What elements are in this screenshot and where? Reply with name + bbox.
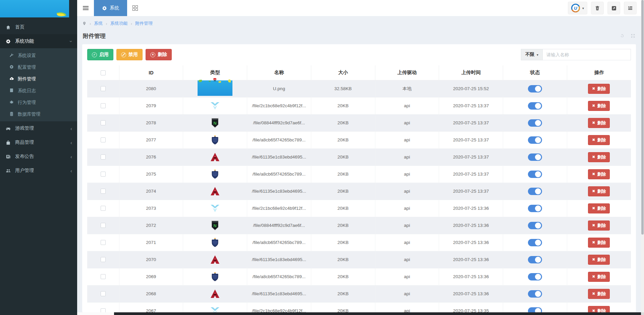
sidebar-item-config-management[interactable]: 配置管理 (0, 61, 77, 73)
row-delete-button[interactable]: ✖删除 (588, 203, 610, 213)
app-logo[interactable] (0, 0, 77, 17)
blue-crest-icon (211, 169, 219, 179)
sidebar-toggle-button[interactable] (77, 0, 94, 16)
sidebar-item-game-management[interactable]: 游戏管理 ‹ (0, 121, 77, 135)
fullscreen-icon[interactable] (631, 34, 635, 38)
sidebar-item-system-settings[interactable]: 系统设置 (0, 50, 77, 61)
system-functions-submenu: 系统设置 配置管理 附件管理 系统日志 行为管理 (0, 48, 77, 121)
shield-n-icon: N (211, 118, 219, 128)
sidebar-item-home[interactable]: 首页 (0, 20, 77, 34)
status-toggle[interactable] (528, 136, 542, 144)
sidebar-item-system-log[interactable]: 系统日志 (0, 85, 77, 97)
row-checkbox[interactable] (101, 120, 106, 125)
sidebar-item-system-functions[interactable]: 系统功能 › (0, 34, 77, 48)
cell-type: N (183, 217, 247, 234)
filter-dropdown-label: 不限 (525, 52, 534, 58)
row-delete-button[interactable]: ✖删除 (588, 289, 610, 299)
row-checkbox[interactable] (101, 291, 106, 296)
row-delete-button[interactable]: ✖删除 (588, 272, 610, 282)
status-toggle[interactable] (528, 188, 542, 195)
row-checkbox[interactable] (101, 240, 106, 245)
sidebar-item-announcements[interactable]: 发布公告 ‹ (0, 149, 77, 164)
vertical-scrollbar[interactable] (641, 0, 644, 312)
row-checkbox[interactable] (101, 137, 106, 142)
enable-button[interactable]: ✓ 启用 (87, 49, 113, 60)
status-toggle[interactable] (528, 290, 542, 298)
cell-type (183, 166, 247, 183)
sidebar-item-product-management[interactable]: 商品管理 ‹ (0, 135, 77, 149)
tab-system-label: 系统 (110, 5, 119, 11)
status-toggle[interactable] (528, 102, 542, 110)
sidebar-item-label: 商品管理 (15, 139, 34, 145)
row-delete-button[interactable]: ✖删除 (588, 152, 610, 162)
tab-system[interactable]: 系统 (94, 0, 127, 16)
table-row: 2075/file/a8cb65f74265bc789...20KBapi202… (87, 166, 631, 183)
status-toggle[interactable] (528, 222, 542, 229)
horizontal-scrollbar[interactable] (77, 312, 641, 315)
cell-name: /file/2c1bc68e92c4b9f12f... (247, 200, 311, 217)
row-delete-button[interactable]: ✖删除 (588, 186, 610, 196)
cell-status (503, 200, 567, 217)
row-checkbox[interactable] (101, 223, 106, 228)
control-sidebar-button[interactable] (624, 2, 637, 14)
refresh-icon[interactable] (620, 34, 625, 38)
sidebar-item-label: 用户管理 (15, 168, 34, 174)
cell-driver: api (375, 302, 439, 312)
user-menu-button[interactable]: U ▾ (568, 2, 587, 14)
cell-actions: ✖删除 (567, 234, 631, 251)
select-all-checkbox[interactable] (101, 70, 106, 75)
open-external-button[interactable] (607, 2, 620, 14)
image-thumbnail[interactable] (198, 80, 232, 96)
row-checkbox[interactable] (101, 154, 106, 160)
search-input[interactable] (543, 49, 631, 60)
row-checkbox[interactable] (101, 189, 106, 194)
disable-button[interactable]: 禁用 (116, 49, 143, 60)
cell-time: 2020-07-25 13:37 (439, 131, 503, 148)
status-toggle[interactable] (528, 307, 542, 313)
status-toggle[interactable] (528, 256, 542, 263)
row-delete-button[interactable]: ✖删除 (588, 101, 610, 111)
row-delete-button[interactable]: ✖删除 (588, 135, 610, 145)
status-toggle[interactable] (528, 119, 542, 127)
breadcrumb-link-system[interactable]: 系统 (94, 20, 103, 26)
status-toggle[interactable] (528, 239, 542, 246)
status-toggle[interactable] (528, 273, 542, 280)
x-icon: ✖ (592, 240, 595, 245)
row-checkbox[interactable] (101, 172, 106, 177)
sidebar-item-behavior-management[interactable]: 行为管理 (0, 97, 77, 108)
status-toggle[interactable] (528, 153, 542, 161)
row-delete-button[interactable]: ✖删除 (588, 255, 610, 265)
status-toggle[interactable] (528, 85, 542, 92)
row-delete-button[interactable]: ✖删除 (588, 169, 610, 179)
breadcrumb-link-system-functions[interactable]: 系统功能 (110, 20, 128, 26)
row-delete-button[interactable]: ✖删除 (588, 306, 610, 313)
trash-button[interactable] (591, 2, 604, 14)
row-checkbox[interactable] (101, 257, 106, 262)
vertical-scrollbar-thumb[interactable] (641, 0, 644, 235)
row-delete-button[interactable]: ✖删除 (588, 238, 610, 248)
cell-id: 2070 (119, 251, 183, 268)
status-toggle[interactable] (528, 205, 542, 212)
row-checkbox[interactable] (101, 274, 106, 279)
sidebar-item-user-management[interactable]: 用户管理 ‹ (0, 164, 77, 178)
sidebar-item-attachment-management[interactable]: 附件管理 (0, 73, 77, 85)
filter-dropdown[interactable]: 不限 ▾ (521, 49, 543, 60)
apps-grid-button[interactable] (132, 5, 138, 11)
row-checkbox[interactable] (101, 103, 106, 108)
location-pin-icon (82, 21, 87, 26)
cell-actions: ✖删除 (567, 200, 631, 217)
attachments-table: ID 类型 名称 大小 上传驱动 上传时间 状态 操作 2080U.png32.… (87, 65, 631, 312)
sidebar-item-database-management[interactable]: 数据库管理 (0, 108, 77, 120)
cell-id: 2067 (119, 302, 183, 312)
row-delete-button[interactable]: ✖删除 (588, 220, 610, 231)
row-checkbox[interactable] (101, 86, 106, 91)
delete-button[interactable]: ✕ 删除 (146, 49, 172, 60)
horizontal-scrollbar-thumb[interactable] (114, 312, 641, 315)
status-toggle[interactable] (528, 171, 542, 178)
breadcrumb-link-attachment-management[interactable]: 附件管理 (135, 20, 153, 26)
row-delete-button[interactable]: ✖删除 (588, 84, 610, 94)
row-checkbox[interactable] (101, 206, 106, 211)
row-select-cell (87, 80, 119, 97)
row-delete-button[interactable]: ✖删除 (588, 118, 610, 128)
row-checkbox[interactable] (101, 308, 106, 312)
